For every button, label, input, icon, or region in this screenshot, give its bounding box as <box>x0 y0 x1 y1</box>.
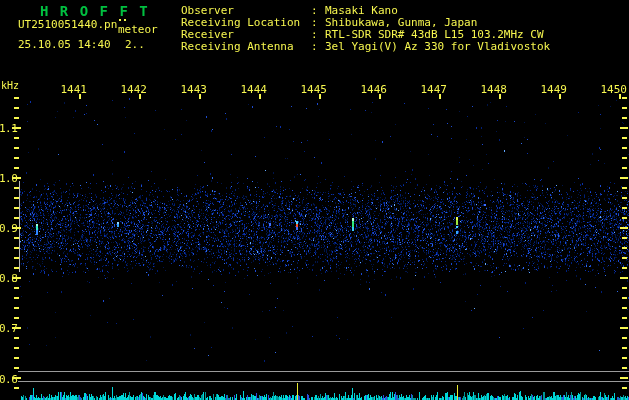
freq-tick <box>622 197 627 199</box>
time-tick <box>259 94 261 99</box>
freq-tick <box>622 217 627 219</box>
freq-tick <box>14 347 19 349</box>
freq-tick <box>14 267 19 269</box>
freq-tick <box>14 187 19 189</box>
freq-tick <box>14 97 19 99</box>
sequence-label: 2.. <box>125 39 145 51</box>
freq-tick <box>14 117 19 119</box>
time-tick <box>559 94 561 99</box>
freq-tick <box>14 387 19 389</box>
hrofft-window: H R O F F T UT2510051440.pn meteor 25.10… <box>0 0 629 400</box>
freq-tick <box>622 297 627 299</box>
freq-tick <box>14 147 19 149</box>
time-tick-label: 1441 <box>59 83 87 96</box>
freq-tick <box>622 287 627 289</box>
freq-tick <box>14 287 19 289</box>
time-tick-label: 1449 <box>539 83 567 96</box>
freq-tick <box>622 137 627 139</box>
freq-tick <box>620 327 628 329</box>
freq-tick <box>14 297 19 299</box>
freq-unit-label: kHz <box>1 80 19 92</box>
freq-tick <box>14 367 19 369</box>
freq-tick <box>12 127 21 129</box>
freq-tick <box>622 167 627 169</box>
freq-tick <box>622 387 627 389</box>
freq-tick <box>622 207 627 209</box>
freq-tick <box>14 337 19 339</box>
freq-tick <box>622 117 627 119</box>
freq-tick <box>14 237 19 239</box>
freq-tick <box>622 257 627 259</box>
freq-tick <box>14 307 19 309</box>
freq-tick <box>622 107 627 109</box>
freq-tick <box>622 97 627 99</box>
freq-tick <box>622 237 627 239</box>
time-tick-label: 1443 <box>179 83 207 96</box>
freq-tick <box>12 227 21 229</box>
freq-tick <box>14 357 19 359</box>
freq-tick <box>620 377 628 379</box>
freq-tick-label: 0.6 <box>0 373 19 386</box>
freq-tick <box>622 317 627 319</box>
freq-tick <box>620 127 628 129</box>
freq-tick <box>14 167 19 169</box>
metadata-label: Receiving Antenna <box>181 41 311 53</box>
time-tick-label: 1447 <box>419 83 447 96</box>
freq-tick <box>622 347 627 349</box>
freq-tick <box>14 137 19 139</box>
time-tick <box>379 94 381 99</box>
freq-tick <box>12 177 21 179</box>
metadata-colon: : <box>311 41 325 53</box>
g-remnant-dot <box>119 19 121 21</box>
filename-label: UT2510051440.pn <box>18 19 117 31</box>
freq-tick <box>622 147 627 149</box>
time-tick <box>439 94 441 99</box>
time-tick-label: 1444 <box>239 83 267 96</box>
metadata-table: Observer:Masaki KanoReceiving Location:S… <box>181 5 550 53</box>
freq-tick <box>14 207 19 209</box>
time-tick <box>499 94 501 99</box>
freq-tick <box>12 327 21 329</box>
freq-tick <box>622 337 627 339</box>
metadata-row: Receiving Antenna:3el Yagi(V) Az 330 for… <box>181 41 550 53</box>
freq-tick <box>14 197 19 199</box>
freq-tick <box>14 317 19 319</box>
time-tick <box>139 94 141 99</box>
freq-tick <box>622 357 627 359</box>
time-tick <box>319 94 321 99</box>
freq-tick <box>622 367 627 369</box>
freq-tick <box>14 257 19 259</box>
time-tick <box>619 94 621 99</box>
spectrogram-canvas <box>0 0 629 400</box>
freq-tick <box>12 277 21 279</box>
app-title: H R O F F T <box>40 3 149 19</box>
freq-tick <box>12 377 21 379</box>
time-tick-label: 1446 <box>359 83 387 96</box>
freq-tick <box>620 227 628 229</box>
metadata-value: 3el Yagi(V) Az 330 for Vladivostok <box>325 40 550 53</box>
freq-tick <box>622 187 627 189</box>
freq-tick <box>14 107 19 109</box>
time-tick-label: 1450 <box>599 83 627 96</box>
time-tick-label: 1445 <box>299 83 327 96</box>
freq-tick <box>622 157 627 159</box>
time-tick-label: 1442 <box>119 83 147 96</box>
freq-tick <box>14 217 19 219</box>
time-tick <box>199 94 201 99</box>
freq-tick <box>14 247 19 249</box>
freq-tick <box>622 267 627 269</box>
datetime-label: 25.10.05 14:40 <box>18 39 111 51</box>
freq-tick <box>620 177 628 179</box>
freq-tick <box>14 157 19 159</box>
time-tick <box>79 94 81 99</box>
filename-overlay-label: meteor <box>118 24 158 36</box>
freq-tick <box>622 307 627 309</box>
freq-tick <box>620 277 628 279</box>
g-remnant-dot <box>124 19 126 21</box>
time-tick-label: 1448 <box>479 83 507 96</box>
freq-tick <box>622 247 627 249</box>
